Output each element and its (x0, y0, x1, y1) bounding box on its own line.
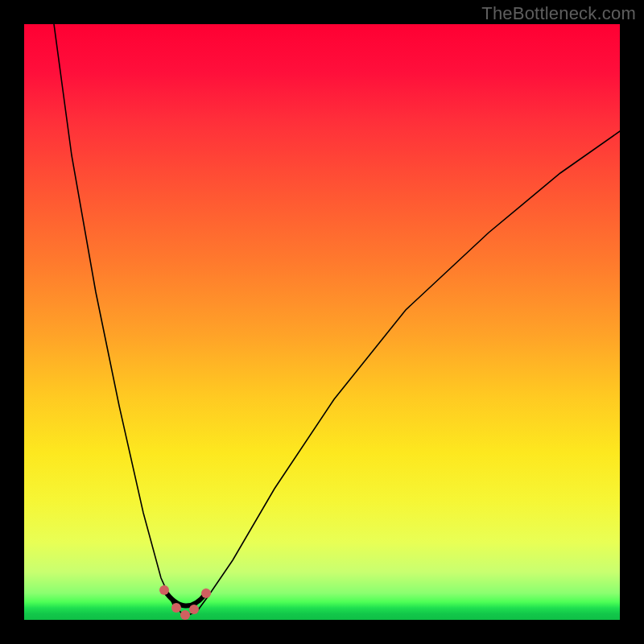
curve-svg (24, 24, 620, 620)
basin-marker (159, 585, 169, 595)
chart-frame: TheBottleneck.com (0, 0, 644, 644)
basin-marker (201, 588, 211, 598)
basin-marker (171, 603, 181, 613)
plot-area (24, 24, 620, 620)
basin-marker (180, 610, 190, 620)
bottleneck-curve (54, 24, 620, 617)
watermark-text: TheBottleneck.com (481, 3, 636, 24)
basin-highlight (164, 590, 206, 606)
basin-marker (189, 605, 199, 614)
